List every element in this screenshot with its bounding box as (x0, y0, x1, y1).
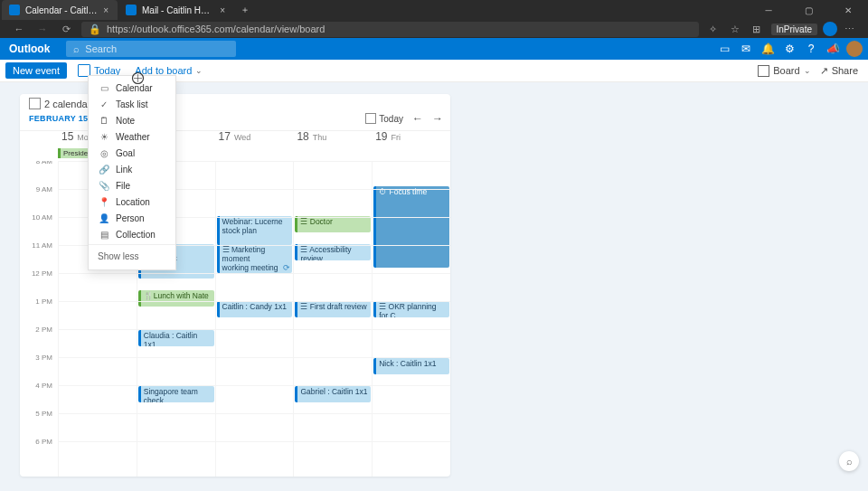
menu-item-label: Calendar (116, 83, 153, 93)
collections-icon[interactable]: ⊞ (746, 24, 768, 35)
url-text: https://outlook.office365.com/calendar/v… (107, 24, 325, 34)
forward-button[interactable]: → (31, 24, 54, 34)
menu-item-label: Collection (116, 230, 156, 240)
menu-item-collection[interactable]: ▤Collection (89, 226, 175, 242)
new-event-button[interactable]: New event (5, 62, 67, 79)
menu-item-link[interactable]: 🔗Link (89, 161, 175, 177)
menu-item-icon: 👤 (98, 213, 110, 223)
user-avatar[interactable] (846, 41, 863, 57)
tab-mail[interactable]: Mail - Caitlin Hart - Outlook × (118, 0, 234, 20)
menu-item-label: Location (116, 197, 150, 207)
menu-item-icon: ✓ (98, 99, 110, 109)
menu-item-note[interactable]: 🗒Note (89, 112, 175, 128)
share-label: Share (832, 65, 858, 76)
card-today-button[interactable]: Today (365, 113, 403, 124)
help-icon[interactable]: ? (800, 38, 822, 60)
menu-item-label: File (116, 181, 130, 191)
hour-label: 8 AM (20, 161, 58, 185)
board-view-button[interactable]: Board ⌄ (753, 62, 815, 80)
menu-item-file[interactable]: 📎File (89, 177, 175, 194)
col-thu[interactable]: ☰ Doctor ☰ Accessibility review ☰ First … (293, 161, 372, 477)
minimize-button[interactable]: ─ (749, 0, 788, 20)
whatsnew-icon[interactable]: 📣 (822, 38, 844, 60)
new-tab-button[interactable]: ＋ (235, 0, 255, 20)
menu-item-weather[interactable]: ☀Weather (89, 128, 175, 145)
menu-item-label: Weather (116, 132, 150, 142)
board-icon (758, 65, 769, 77)
menu-item-icon: ◎ (98, 148, 110, 158)
refresh-button[interactable]: ⟳ (54, 24, 78, 35)
tab-label: Mail - Caitlin Hart - Outlook (142, 5, 214, 15)
menu-item-icon: 📎 (98, 181, 110, 191)
hour-label: 4 PM (20, 382, 58, 410)
day-header[interactable]: 18Thu (293, 130, 372, 148)
hour-label: 12 PM (20, 269, 58, 297)
profile-avatar[interactable] (823, 22, 837, 36)
hour-label: 6 PM (20, 438, 58, 466)
day-header[interactable]: 17Wed (215, 130, 294, 148)
tab-label: Calendar - Caitlin Hart - Outlook (25, 5, 98, 15)
menu-item-icon: 🗒 (98, 116, 110, 126)
hour-label: 10 AM (20, 213, 58, 241)
teams-icon[interactable]: ✉ (735, 38, 757, 60)
close-icon[interactable]: × (103, 5, 108, 15)
tab-calendar[interactable]: Calendar - Caitlin Hart - Outlook × (2, 0, 118, 20)
menu-item-location[interactable]: 📍Location (89, 194, 175, 210)
hour-label: 11 AM (20, 241, 58, 269)
inprivate-badge: InPrivate (771, 24, 817, 35)
menu-show-less[interactable]: Show less (89, 247, 175, 266)
menu-item-person[interactable]: 👤Person (89, 210, 175, 226)
calendar-today-icon (365, 113, 376, 124)
close-icon[interactable]: × (220, 5, 225, 15)
menu-item-goal[interactable]: ◎Goal (89, 145, 175, 161)
calendar-header: 2 calendars ⌄ FEBRUARY 15 - 19 ⌄ Today ←… (20, 94, 450, 131)
menu-item-icon: ▤ (98, 230, 110, 240)
back-button[interactable]: ← (7, 24, 31, 34)
brand-label: Outlook (9, 42, 50, 55)
share-button[interactable]: ↗ Share (816, 62, 863, 80)
address-bar[interactable]: 🔒 https://outlook.office365.com/calendar… (81, 22, 699, 37)
read-aloud-icon[interactable]: ✧ (703, 24, 724, 35)
browser-chrome: Calendar - Caitlin Hart - Outlook × Mail… (0, 0, 868, 38)
lock-icon: 🔒 (89, 24, 101, 35)
suite-header: Outlook ⌕ Search ▭ ✉ 🔔 ⚙ ? 📣 (0, 38, 868, 60)
menu-item-label: Goal (116, 148, 135, 158)
search-placeholder: Search (85, 43, 117, 54)
zoom-fab[interactable]: ⌕ (839, 451, 859, 471)
col-fri[interactable]: ⏱ Focus time ☰ OKR planning for C Nick :… (372, 161, 450, 477)
maximize-button[interactable]: ▢ (788, 0, 828, 20)
day-header[interactable]: 19Fri (372, 130, 450, 148)
search-box[interactable]: ⌕ Search (66, 41, 236, 57)
hour-label: 2 PM (20, 326, 58, 354)
calendar-grid: 8 AM9 AM10 AM11 AM12 PM1 PM2 PM3 PM4 PM5… (20, 161, 450, 477)
calendar-icon (29, 98, 41, 109)
menu-item-label: Person (116, 213, 145, 223)
close-window-button[interactable]: ✕ (828, 0, 868, 20)
next-week-button[interactable]: → (432, 112, 443, 125)
time-column: 8 AM9 AM10 AM11 AM12 PM1 PM2 PM3 PM4 PM5… (20, 161, 58, 469)
share-icon: ↗ (820, 65, 828, 77)
menu-item-task-list[interactable]: ✓Task list (89, 96, 175, 112)
prev-week-button[interactable]: ← (412, 112, 423, 125)
more-icon[interactable]: ⋯ (837, 24, 861, 35)
board-label: Board (773, 65, 799, 76)
hour-label: 9 AM (20, 185, 58, 213)
menu-item-icon: 🔗 (98, 165, 110, 175)
search-icon: ⌕ (73, 43, 80, 54)
menu-separator (89, 244, 175, 245)
favorites-icon[interactable]: ☆ (724, 24, 746, 35)
calendar-card: 2 calendars ⌄ FEBRUARY 15 - 19 ⌄ Today ←… (20, 94, 450, 477)
col-wed[interactable]: Webinar: Lucernestock plan ☰ Marketing m… (215, 161, 294, 477)
chevron-down-icon: ⌄ (804, 66, 811, 75)
hour-label: 1 PM (20, 297, 58, 326)
hour-label: 3 PM (20, 354, 58, 382)
hour-label: 5 PM (20, 410, 58, 438)
menu-item-icon: ▭ (98, 83, 110, 93)
menu-item-calendar[interactable]: ▭Calendar (89, 80, 175, 96)
menu-item-icon: 📍 (98, 197, 110, 207)
settings-icon[interactable]: ⚙ (778, 38, 800, 60)
notifications-icon[interactable]: 🔔 (757, 38, 778, 60)
meet-now-icon[interactable]: ▭ (713, 38, 735, 60)
outlook-favicon (126, 5, 137, 15)
chevron-down-icon: ⌄ (195, 66, 203, 75)
